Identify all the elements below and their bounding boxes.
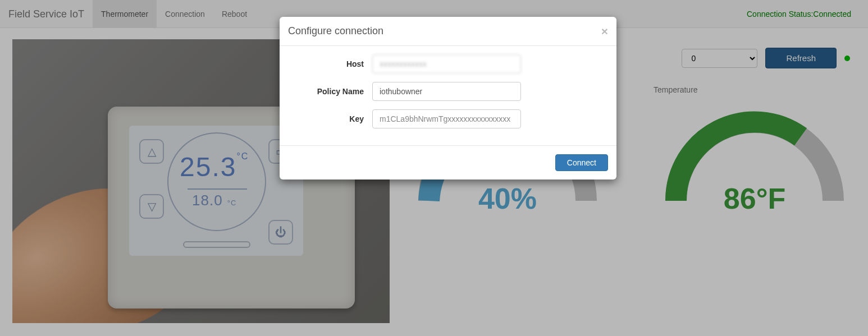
modal-header: Configure connection ×	[280, 17, 616, 46]
key-row: Key	[288, 109, 608, 128]
key-input[interactable]	[372, 109, 521, 128]
host-input[interactable]	[372, 54, 521, 73]
configure-connection-modal: Configure connection × Host Policy Name …	[280, 17, 616, 179]
host-row: Host	[288, 54, 608, 73]
close-icon[interactable]: ×	[601, 25, 608, 37]
policy-label: Policy Name	[288, 87, 372, 96]
key-label: Key	[288, 114, 372, 123]
modal-title: Configure connection	[288, 25, 601, 37]
connect-button[interactable]: Connect	[555, 154, 608, 171]
policy-input[interactable]	[372, 82, 521, 101]
modal-footer: Connect	[280, 145, 616, 179]
policy-row: Policy Name	[288, 82, 608, 101]
modal-body: Host Policy Name Key	[280, 46, 616, 145]
host-label: Host	[288, 59, 372, 68]
